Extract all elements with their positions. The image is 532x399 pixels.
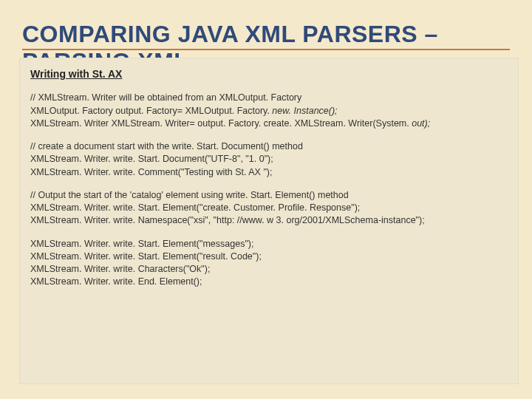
- content-box: Writing with St. AX // XMLStream. Writer…: [19, 58, 519, 384]
- code-line: XMLStream. Writer. write. Comment("Testi…: [30, 166, 508, 179]
- section-heading: Writing with St. AX: [30, 67, 508, 81]
- code-line: XMLStream. Writer. write. Characters("Ok…: [30, 263, 508, 276]
- code-line: XMLStream. Writer. write. Start. Element…: [30, 238, 508, 250]
- code-line: XMLStream. Writer XMLStream. Writer= out…: [30, 117, 508, 130]
- code-block-2: // create a document start with the writ…: [30, 140, 508, 179]
- code-line: // XMLStream. Writer will be obtained fr…: [30, 92, 508, 104]
- code-text: XMLStream. Writer XMLStream. Writer= out…: [30, 118, 412, 129]
- code-block-1: // XMLStream. Writer will be obtained fr…: [30, 92, 508, 130]
- slide: COMPARING JAVA XML PARSERS – PARSING XML…: [0, 0, 532, 399]
- code-line: XMLStream. Writer. write. End. Element()…: [30, 276, 508, 288]
- code-line: XMLOutput. Factory output. Factory= XMLO…: [30, 105, 508, 117]
- title-underline: [22, 49, 510, 50]
- code-line: XMLStream. Writer. write. Namespace("xsi…: [30, 214, 508, 227]
- code-line: XMLStream. Writer. write. Start. Element…: [30, 202, 508, 214]
- code-text-italic: new. Instance();: [272, 106, 337, 116]
- code-block-3: // Output the start of the 'catalog' ele…: [30, 189, 508, 228]
- code-text: XMLOutput. Factory output. Factory= XMLO…: [30, 106, 272, 116]
- code-line: // create a document start with the writ…: [30, 140, 508, 153]
- code-line: XMLStream. Writer. write. Start. Documen…: [30, 153, 508, 166]
- code-block-4: XMLStream. Writer. write. Start. Element…: [30, 238, 508, 289]
- code-line: // Output the start of the 'catalog' ele…: [30, 189, 508, 202]
- code-text-italic: out);: [412, 118, 430, 129]
- code-line: XMLStream. Writer. write. Start. Element…: [30, 250, 508, 263]
